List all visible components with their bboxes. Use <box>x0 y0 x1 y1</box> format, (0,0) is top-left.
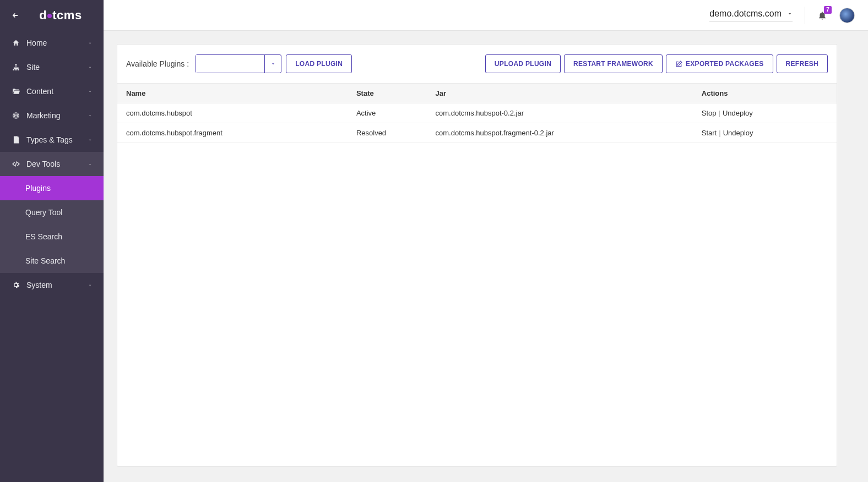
chevron-down-icon <box>87 282 93 288</box>
nav-item-label: Marketing <box>26 111 60 120</box>
subnav-item-plugins[interactable]: Plugins <box>0 176 104 200</box>
subnav-item-label: Site Search <box>25 256 65 265</box>
table-row: com.dotcms.hubspot Active com.dotcms.hub… <box>117 103 837 123</box>
document-icon <box>11 136 21 144</box>
button-label: UPLOAD PLUGIN <box>495 60 551 68</box>
subnav-dev-tools: Plugins Query Tool ES Search Site Search <box>0 176 104 273</box>
col-header-actions: Actions <box>693 84 837 103</box>
toolbar: Available Plugins : LOAD PLUGIN UPLOAD P… <box>117 45 837 83</box>
chevron-down-icon <box>87 137 93 143</box>
nav-item-dev-tools[interactable]: Dev Tools <box>0 152 104 176</box>
gear-icon <box>11 281 21 289</box>
chevron-down-icon <box>87 113 93 118</box>
cell-actions: Stop|Undeploy <box>693 103 837 123</box>
content-area: Available Plugins : LOAD PLUGIN UPLOAD P… <box>104 31 868 482</box>
topbar: demo.dotcms.com 7 <box>104 0 868 31</box>
cell-actions: Start|Undeploy <box>693 123 837 143</box>
action-start[interactable]: Start <box>702 129 717 137</box>
refresh-button[interactable]: REFRESH <box>777 54 828 73</box>
restart-framework-button[interactable]: RESTART FRAMEWORK <box>564 54 663 73</box>
svg-rect-1 <box>13 69 14 70</box>
caret-down-icon <box>270 61 276 67</box>
caret-down-icon <box>787 11 793 17</box>
available-plugins-input[interactable] <box>196 55 264 73</box>
chevron-down-icon <box>87 89 93 94</box>
combo-dropdown-button[interactable] <box>264 55 281 73</box>
nav-item-label: Types & Tags <box>26 135 73 144</box>
cell-jar: com.dotcms.hubspot-0.2.jar <box>427 103 693 123</box>
available-plugins-label: Available Plugins : <box>126 59 189 68</box>
available-plugins-combo[interactable] <box>196 54 281 73</box>
button-label: RESTART FRAMEWORK <box>573 60 653 68</box>
svg-point-6 <box>15 115 16 116</box>
action-undeploy[interactable]: Undeploy <box>723 109 753 117</box>
chevron-down-icon <box>87 40 93 46</box>
svg-rect-2 <box>15 69 17 70</box>
nav-item-label: Home <box>26 39 47 47</box>
sidebar-header: dtcms <box>0 0 104 31</box>
notifications-badge: 7 <box>824 6 832 14</box>
button-label: LOAD PLUGIN <box>295 60 343 68</box>
home-icon <box>11 39 21 47</box>
plugins-table: Name State Jar Actions com.dotcms.hubspo… <box>117 83 837 143</box>
nav-item-label: System <box>26 281 52 289</box>
logo-suffix: tcms <box>52 8 82 23</box>
cell-name: com.dotcms.hubspot <box>117 103 348 123</box>
edit-icon <box>675 61 682 68</box>
svg-rect-7 <box>14 136 19 143</box>
action-undeploy[interactable]: Undeploy <box>723 129 753 137</box>
subnav-item-es-search[interactable]: ES Search <box>0 224 104 249</box>
exported-packages-button[interactable]: EXPORTED PACKAGES <box>666 54 773 73</box>
nav-item-label: Site <box>26 63 40 72</box>
svg-rect-3 <box>18 69 19 70</box>
logo-dot-icon <box>47 14 52 18</box>
nav-item-marketing[interactable]: Marketing <box>0 103 104 128</box>
folder-open-icon <box>11 87 21 95</box>
code-icon <box>11 160 21 168</box>
subnav-item-site-search[interactable]: Site Search <box>0 249 104 273</box>
action-separator: | <box>719 109 720 117</box>
logo: dtcms <box>24 8 97 23</box>
site-selector[interactable]: demo.dotcms.com <box>709 9 793 21</box>
target-icon <box>11 112 21 119</box>
col-header-jar: Jar <box>427 84 693 103</box>
svg-rect-0 <box>15 64 17 65</box>
site-selector-label: demo.dotcms.com <box>709 9 782 19</box>
subnav-item-label: ES Search <box>25 232 62 241</box>
upload-plugin-button[interactable]: UPLOAD PLUGIN <box>485 54 561 73</box>
divider <box>805 7 805 24</box>
nav-item-types-tags[interactable]: Types & Tags <box>0 128 104 152</box>
arrow-left-icon <box>12 12 19 19</box>
cell-state: Resolved <box>348 123 427 143</box>
button-label: EXPORTED PACKAGES <box>686 60 764 68</box>
load-plugin-button[interactable]: LOAD PLUGIN <box>286 54 352 73</box>
sidebar: dtcms Home Site Content Marketing <box>0 0 104 482</box>
main: demo.dotcms.com 7 Available Plugins : <box>104 0 868 482</box>
plugins-panel: Available Plugins : LOAD PLUGIN UPLOAD P… <box>117 44 837 467</box>
toolbar-actions: UPLOAD PLUGIN RESTART FRAMEWORK EXPORTED… <box>485 54 828 73</box>
nav-item-system[interactable]: System <box>0 273 104 297</box>
button-label: REFRESH <box>786 60 818 68</box>
cell-state: Active <box>348 103 427 123</box>
nav-item-home[interactable]: Home <box>0 31 104 55</box>
sitemap-icon <box>11 63 21 71</box>
nav-item-content[interactable]: Content <box>0 79 104 103</box>
cell-jar: com.dotcms.hubspot.fragment-0.2.jar <box>427 123 693 143</box>
col-header-name: Name <box>117 84 348 103</box>
chevron-down-icon <box>87 64 93 70</box>
logo-prefix: d <box>39 8 47 23</box>
subnav-item-query-tool[interactable]: Query Tool <box>0 200 104 224</box>
nav-item-label: Dev Tools <box>26 160 60 168</box>
main-nav: Home Site Content Marketing Types & Tags <box>0 31 104 482</box>
nav-item-site[interactable]: Site <box>0 55 104 79</box>
back-button[interactable] <box>7 7 24 24</box>
avatar[interactable] <box>839 8 855 23</box>
subnav-item-label: Query Tool <box>25 208 62 217</box>
cell-name: com.dotcms.hubspot.fragment <box>117 123 348 143</box>
nav-item-label: Content <box>26 87 53 96</box>
chevron-up-icon <box>87 161 93 167</box>
action-stop[interactable]: Stop <box>702 109 717 117</box>
notifications-button[interactable]: 7 <box>817 10 827 20</box>
subnav-item-label: Plugins <box>25 184 51 193</box>
table-header-row: Name State Jar Actions <box>117 84 837 103</box>
